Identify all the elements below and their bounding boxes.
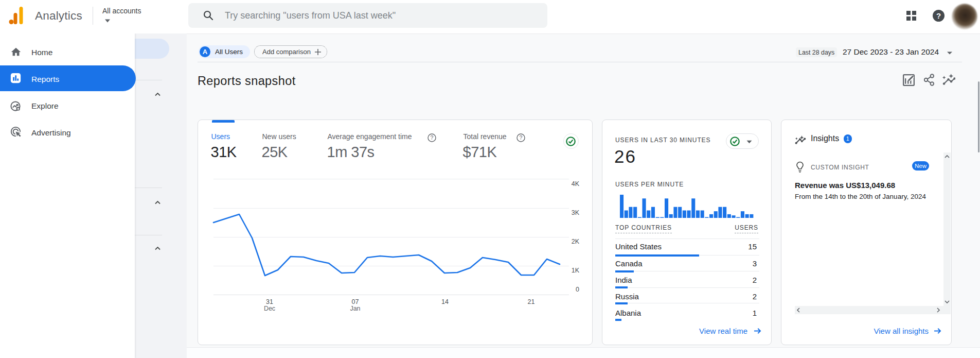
svg-text:?: ?	[519, 134, 522, 141]
svg-text:Dec: Dec	[263, 305, 275, 312]
svg-text:1K: 1K	[571, 267, 579, 274]
svg-text:14: 14	[441, 298, 449, 305]
svg-text:2K: 2K	[571, 238, 579, 245]
svg-text:4K: 4K	[571, 180, 579, 187]
svg-text:?: ?	[430, 134, 433, 141]
svg-text:Jan: Jan	[350, 305, 360, 312]
svg-text:21: 21	[527, 298, 534, 305]
svg-text:0: 0	[576, 286, 579, 293]
svg-text:07: 07	[351, 298, 359, 305]
svg-text:31: 31	[266, 298, 273, 305]
svg-text:3K: 3K	[571, 209, 579, 216]
